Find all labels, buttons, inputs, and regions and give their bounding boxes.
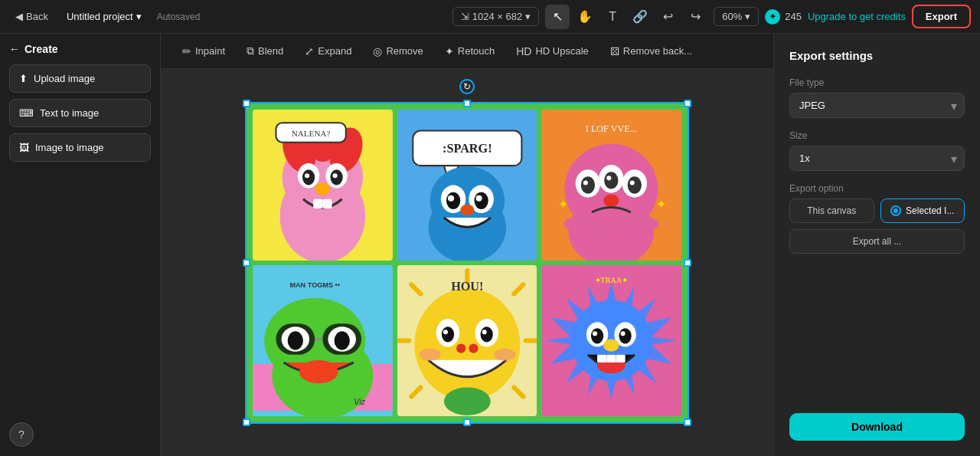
svg-point-42 — [604, 194, 619, 206]
image-selection-wrapper[interactable]: ↻ — [245, 102, 689, 424]
redo-button[interactable]: ↪ — [683, 5, 707, 29]
retouch-icon: ✦ — [445, 45, 454, 57]
cartoon-cell-1: NALENA? — [253, 110, 393, 261]
selected-label: Selected I... — [906, 205, 954, 216]
select-tool-button[interactable]: ↖ — [545, 5, 570, 29]
svg-point-36 — [581, 176, 595, 193]
retouch-button[interactable]: ✦ Retouch — [436, 41, 504, 62]
upgrade-link[interactable]: Upgrade to get credits — [808, 11, 906, 22]
image-to-image-button[interactable]: 🖼 Image to image — [9, 133, 151, 162]
remove-icon: ◎ — [373, 45, 382, 57]
project-title: Untitled project — [67, 11, 133, 22]
size-select-wrapper: 1x 2x 3x 0.5x ▾ — [789, 146, 965, 171]
sidebar-header: ← Create — [9, 43, 151, 55]
svg-text:✦: ✦ — [559, 196, 569, 210]
upload-image-button[interactable]: ⬆ Upload image — [9, 64, 151, 93]
file-type-select-wrapper: JPEG PNG WebP SVG ▾ — [789, 93, 965, 118]
svg-point-76 — [456, 343, 466, 353]
size-label: Size — [789, 130, 965, 141]
rotate-handle[interactable]: ↻ — [459, 79, 475, 94]
export-panel-title: Export settings — [789, 49, 965, 62]
svg-text:✦: ✦ — [657, 196, 667, 210]
this-canvas-button[interactable]: This canvas — [789, 198, 874, 223]
size-select[interactable]: 1x 2x 3x 0.5x — [789, 146, 965, 171]
project-title-button[interactable]: Untitled project ▾ — [60, 8, 148, 25]
link-tool-button[interactable]: 🔗 — [628, 5, 652, 29]
text-tool-button[interactable]: T — [600, 5, 625, 29]
dimensions-button[interactable]: ⇲ 1024 × 682 ▾ — [452, 7, 539, 26]
image-to-image-label: Image to image — [35, 142, 104, 153]
dimensions-value: 1024 × 682 — [472, 11, 522, 22]
autosaved-label: Autosaved — [157, 11, 201, 22]
cartoon-cell-5: HOU! — [397, 265, 537, 416]
undo-button[interactable]: ↩ — [655, 5, 680, 29]
remove-back-label: Remove back... — [623, 45, 692, 57]
remove-back-button[interactable]: ⚄ Remove back... — [601, 41, 701, 62]
retouch-label: Retouch — [458, 45, 495, 57]
back-create-icon: ← — [9, 43, 20, 55]
file-type-section: File type JPEG PNG WebP SVG ▾ — [789, 77, 965, 118]
text-to-image-button[interactable]: ⌨ Text to image — [9, 99, 151, 127]
svg-point-78 — [419, 348, 440, 360]
hd-upscale-label: HD Upscale — [535, 45, 588, 57]
help-button[interactable]: ? — [9, 422, 34, 447]
back-button[interactable]: ◀ Back — [9, 8, 54, 25]
svg-rect-14 — [322, 198, 332, 208]
export-all-button[interactable]: Export all ... — [789, 229, 965, 254]
svg-point-40 — [607, 176, 612, 180]
export-option-group: This canvas Selected I... — [789, 198, 965, 223]
svg-point-74 — [443, 330, 448, 334]
svg-point-57 — [299, 359, 338, 382]
file-type-select[interactable]: JPEG PNG WebP SVG — [789, 93, 965, 118]
selected-button[interactable]: Selected I... — [880, 198, 965, 223]
blend-button[interactable]: ⧉ Blend — [237, 40, 292, 62]
svg-point-89 — [593, 331, 597, 336]
svg-rect-95 — [616, 354, 626, 362]
expand-icon: ⤢ — [305, 45, 314, 57]
remove-button[interactable]: ◎ Remove — [364, 41, 432, 62]
svg-point-37 — [605, 172, 619, 189]
cartoon-cell-6: ✦TRAA✦ — [541, 265, 681, 416]
export-panel: Export settings File type JPEG PNG WebP … — [773, 34, 980, 456]
size-section: Size 1x 2x 3x 0.5x ▾ — [789, 130, 965, 171]
svg-text:✦TRAA✦: ✦TRAA✦ — [595, 276, 629, 284]
expand-button[interactable]: ⤢ Expand — [296, 41, 361, 62]
svg-point-12 — [315, 182, 330, 195]
zoom-button[interactable]: 60% ▾ — [714, 7, 759, 26]
create-label: Create — [24, 43, 58, 55]
project-chevron-icon: ▾ — [136, 11, 142, 22]
svg-point-75 — [482, 330, 486, 334]
topbar: ◀ Back Untitled project ▾ Autosaved ⇲ 10… — [0, 0, 980, 34]
selected-radio-icon — [890, 205, 901, 216]
inpaint-label: Inpaint — [195, 45, 225, 57]
download-section: Download — [789, 401, 965, 441]
credits-count: 245 — [785, 11, 802, 22]
canvas-content[interactable]: ↻ — [161, 69, 773, 456]
svg-point-55 — [288, 331, 303, 349]
tool-group: ↖ ✋ T 🔗 ↩ ↪ — [545, 5, 707, 29]
export-button[interactable]: Export — [912, 5, 971, 28]
svg-text:NALENA?: NALENA? — [292, 128, 331, 137]
cartoon-grid: NALENA? :SPARG! — [245, 102, 689, 424]
svg-text:Viz: Viz — [354, 396, 366, 405]
svg-point-87 — [591, 328, 603, 343]
inpaint-button[interactable]: ✏ Inpaint — [173, 41, 234, 62]
svg-rect-13 — [313, 198, 322, 208]
svg-point-28 — [475, 195, 482, 201]
file-type-label: File type — [789, 77, 965, 88]
sidebar-footer: ? — [9, 422, 151, 447]
zoom-chevron-icon: ▾ — [745, 11, 750, 22]
export-option-section: Export option This canvas Selected I... … — [789, 183, 965, 254]
svg-point-69 — [414, 288, 520, 400]
download-button[interactable]: Download — [789, 413, 965, 441]
this-canvas-label: This canvas — [807, 205, 856, 216]
hd-upscale-button[interactable]: HD HD Upscale — [507, 41, 598, 62]
credits-icon: ✦ — [765, 9, 780, 25]
hand-tool-button[interactable]: ✋ — [573, 5, 597, 29]
svg-point-11 — [333, 173, 338, 178]
blend-icon: ⧉ — [247, 44, 254, 57]
upload-image-label: Upload image — [34, 73, 95, 84]
svg-point-25 — [446, 192, 460, 208]
svg-point-41 — [630, 180, 635, 185]
remove-label: Remove — [386, 45, 423, 57]
